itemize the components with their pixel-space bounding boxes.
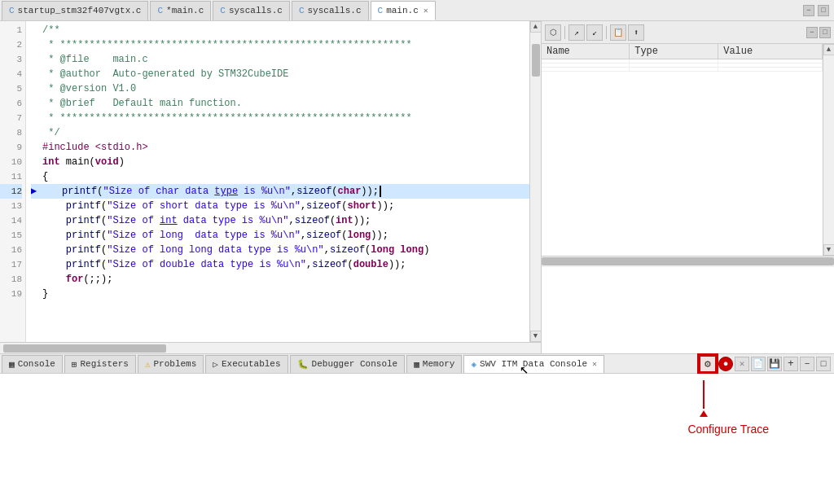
scroll-thumb[interactable] xyxy=(532,44,540,77)
line-num-9: 9 xyxy=(0,140,22,155)
scroll-thumb[interactable] xyxy=(542,257,834,265)
tab-console[interactable]: ▦ Console xyxy=(2,355,63,373)
tab-close-icon[interactable]: ✕ xyxy=(424,6,428,15)
right-vertical-scrollbar[interactable]: ▲ ▼ xyxy=(823,44,834,256)
code-text: )); xyxy=(377,199,395,213)
tab-memory[interactable]: ▩ Memory xyxy=(406,355,462,373)
tab-debugger-console[interactable]: 🐛 Debugger Console xyxy=(290,355,406,373)
code-text xyxy=(42,243,66,257)
line-num-18: 18 xyxy=(0,272,22,287)
collapse-button[interactable]: ⬡ xyxy=(545,24,561,41)
minimize-panel-button[interactable]: − xyxy=(806,27,818,38)
code-text xyxy=(42,272,66,287)
code-text: , xyxy=(324,243,330,257)
code-text: )); xyxy=(371,228,388,243)
code-text: ( xyxy=(330,213,336,228)
arrow-head xyxy=(700,410,708,417)
tab-syscalls-1[interactable]: C syscalls.c xyxy=(213,1,290,20)
code-text: * @brief Default main function. xyxy=(42,96,242,111)
line-num-13: 13 xyxy=(0,199,22,213)
bottom-content: Configure Trace xyxy=(0,374,834,504)
tab-label: startup_stm32f407vgtx.c xyxy=(18,6,142,15)
code-line-10: int main(void) xyxy=(31,155,529,169)
code-line-14: printf("Size of int data type is %u\n",s… xyxy=(31,213,529,228)
tab-swv[interactable]: ◈ SWV ITM Data Console ✕ xyxy=(463,355,604,373)
configure-trace-label-container: Configure Trace xyxy=(687,423,769,436)
console-icon: ▦ xyxy=(9,359,15,370)
maximize-button[interactable]: □ xyxy=(818,5,829,16)
tab-syscalls-2[interactable]: C syscalls.c xyxy=(292,1,369,20)
line-num-4: 4 xyxy=(0,67,22,81)
executables-icon: ▷ xyxy=(213,359,218,370)
scroll-down-arrow[interactable]: ▼ xyxy=(823,244,835,256)
code-text: "Size of double data type is %u\n" xyxy=(107,257,306,272)
code-text: * **************************************… xyxy=(42,111,412,125)
tab-main-active[interactable]: C main.c ✕ xyxy=(371,1,436,20)
tab-label: SWV ITM Data Console xyxy=(480,359,587,369)
code-content[interactable]: /** * **********************************… xyxy=(26,21,529,342)
right-horizontal-scrollbar[interactable] xyxy=(542,256,834,267)
configure-trace-button[interactable]: ⚙ xyxy=(699,355,717,373)
c-file-icon: C xyxy=(9,6,15,15)
c-file-icon: C xyxy=(299,6,305,15)
code-line-6: * @brief Default main function. xyxy=(31,96,529,111)
separator xyxy=(606,26,607,39)
minimize-button[interactable]: − xyxy=(803,5,814,16)
tab-close-icon[interactable]: ✕ xyxy=(592,359,597,369)
code-line-2: * **************************************… xyxy=(31,37,529,52)
tab-label: Console xyxy=(18,359,55,369)
tab-registers[interactable]: ⊞ Registers xyxy=(64,355,136,373)
scroll-up-arrow[interactable]: ▲ xyxy=(530,21,542,33)
code-text: ( xyxy=(331,184,337,199)
code-text: int xyxy=(336,213,353,228)
line-num-12: 12 xyxy=(0,184,22,199)
variables-table: Name Type Value xyxy=(542,44,823,256)
scroll-up-arrow[interactable]: ▲ xyxy=(823,44,835,55)
code-line-16: printf("Size of long long data type is %… xyxy=(31,243,529,257)
code-text: sizeof xyxy=(306,228,341,243)
line-num-8: 8 xyxy=(0,125,22,140)
bottom-right-controls: ⚙ ● ✕ 📄 💾 + − □ xyxy=(699,355,834,373)
editor-horizontal-scrollbar[interactable] xyxy=(0,342,541,353)
add-button[interactable]: + xyxy=(784,357,798,371)
maximize-bottom-button[interactable]: □ xyxy=(816,357,831,371)
right-toolbar: ⬡ ↗ ↙ 📋 ⬆ − □ xyxy=(542,21,834,44)
tab-executables[interactable]: ▷ Executables xyxy=(205,355,288,373)
copy-button[interactable]: 📋 xyxy=(610,24,626,41)
code-text: )); xyxy=(353,213,371,228)
tab-startup[interactable]: C startup_stm32f407vgtx.c xyxy=(2,1,148,20)
code-line-8: */ xyxy=(31,125,529,140)
code-text: void xyxy=(95,155,119,169)
code-line-12: ▶ printf("Size of char data type is %u\n… xyxy=(31,184,529,199)
code-line-18: for(;;); xyxy=(31,272,529,287)
scroll-down-arrow[interactable]: ▼ xyxy=(530,331,542,342)
refresh-button[interactable]: ⬆ xyxy=(628,24,644,41)
code-text: , xyxy=(291,184,296,199)
copy-output-button[interactable]: 📄 xyxy=(751,357,766,371)
maximize-panel-button[interactable]: □ xyxy=(819,27,831,38)
stop-button[interactable]: ✕ xyxy=(735,357,749,371)
configure-trace-wrapper: ⚙ xyxy=(699,355,717,373)
tab-label: syscalls.c xyxy=(308,6,362,15)
code-text: /** xyxy=(42,23,60,37)
save-output-button[interactable]: 💾 xyxy=(767,357,782,371)
editor-vertical-scrollbar[interactable]: ▲ ▼ xyxy=(529,21,541,342)
hscroll-thumb[interactable] xyxy=(3,344,166,353)
tab-label: syscalls.c xyxy=(229,6,283,15)
line-num-15: 15 xyxy=(0,228,22,243)
minimize-bottom-button[interactable]: − xyxy=(800,357,814,371)
add-expression-button[interactable]: ↗ xyxy=(568,24,585,41)
col-type: Type xyxy=(630,44,718,59)
code-text: )); xyxy=(388,257,406,272)
line-num-14: 14 xyxy=(0,213,22,228)
remove-expression-button[interactable]: ↙ xyxy=(586,24,603,41)
code-text: ( xyxy=(101,213,107,228)
code-text: int xyxy=(42,155,60,169)
code-text xyxy=(42,213,66,228)
tab-main-dirty[interactable]: C *main.c xyxy=(150,1,211,20)
code-text: "Size of char data type is %u\n" xyxy=(103,184,290,199)
tab-problems[interactable]: ⚠ Problems xyxy=(138,355,204,373)
debug-arrow: ▶ xyxy=(31,184,37,199)
arrow-line xyxy=(703,380,705,409)
record-button[interactable]: ● xyxy=(718,357,733,371)
